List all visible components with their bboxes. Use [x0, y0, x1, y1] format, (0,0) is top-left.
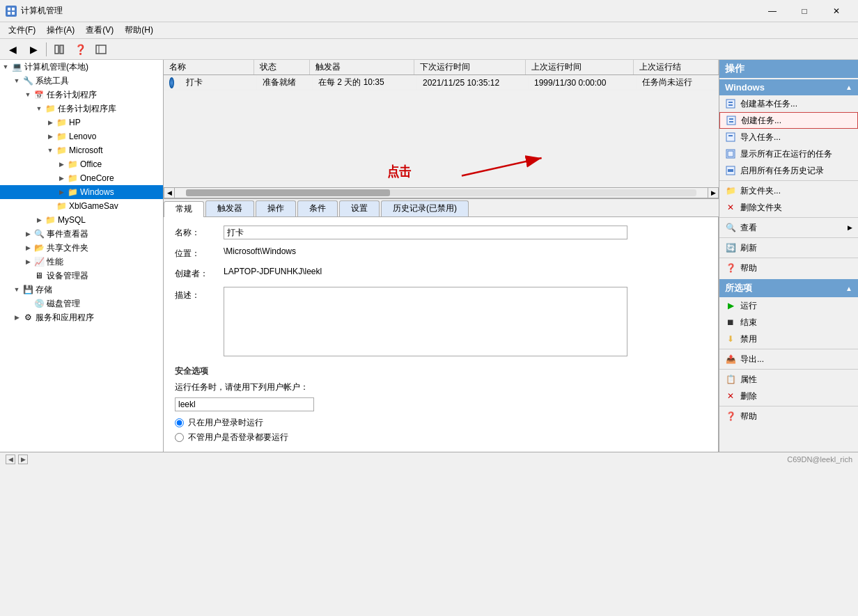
horizontal-scrollbar[interactable]: ◀ ▶ [164, 187, 719, 198]
svg-rect-13 [729, 121, 733, 123]
show-hide-button[interactable] [49, 41, 69, 58]
tree-node-services[interactable]: ▶ ⚙ 服务和应用程序 [0, 310, 163, 324]
tree-node-tasklib[interactable]: ▼ 📁 任务计划程序库 [0, 102, 163, 116]
maximize-button[interactable]: □ [788, 0, 820, 22]
action-enable-history[interactable]: 启用所有任务历史记录 [719, 162, 858, 179]
action-import[interactable]: 导入任务... [719, 129, 858, 145]
action-disable[interactable]: ⬇ 禁用 [719, 331, 858, 347]
expander-office[interactable]: ▶ [56, 159, 67, 170]
expander-performance[interactable]: ▶ [22, 256, 33, 267]
tree-node-mysql[interactable]: ▶ 📁 MySQL [0, 213, 163, 227]
help-windows-icon: ❓ [725, 262, 736, 274]
label-systemtools: 系统工具 [36, 75, 69, 87]
col-header-status[interactable]: 状态 [254, 60, 310, 74]
minimize-button[interactable]: — [756, 0, 788, 22]
col-header-name[interactable]: 名称 [164, 60, 254, 74]
expander-storage[interactable]: ▼ [11, 284, 22, 295]
expander-computer[interactable]: ▼ [0, 61, 11, 72]
tab-general[interactable]: 常规 [164, 201, 204, 217]
desc-textarea[interactable] [224, 287, 627, 356]
menu-action[interactable]: 操作(A) [41, 23, 80, 38]
tree-node-lenovo[interactable]: ▶ 📁 Lenovo [0, 129, 163, 143]
forward-button[interactable]: ▶ [24, 41, 43, 58]
expander-mysql[interactable]: ▶ [33, 214, 45, 226]
hscroll-track [186, 189, 696, 196]
expander-tasklib[interactable]: ▼ [33, 103, 45, 114]
action-end[interactable]: ⏹ 结束 [719, 314, 858, 331]
actions-windows-header[interactable]: Windows ▲ [719, 79, 858, 95]
col-header-lastresult[interactable]: 上次运行结 [634, 60, 719, 74]
col-header-nextrun[interactable]: 下次运行时间 [414, 60, 526, 74]
task-cell-lastrun: 1999/11/30 0:00:00 [529, 77, 637, 89]
help-button[interactable]: ❓ [70, 41, 90, 58]
expander-microsoft[interactable]: ▼ [45, 145, 56, 156]
name-input[interactable] [224, 226, 627, 239]
tree-node-hp[interactable]: ▶ 📁 HP [0, 116, 163, 129]
menu-view[interactable]: 查看(V) [80, 23, 119, 38]
tab-settings[interactable]: 设置 [339, 200, 380, 216]
col-header-trigger[interactable]: 触发器 [310, 60, 414, 74]
action-help-windows[interactable]: ❓ 帮助 [719, 260, 858, 276]
sep3 [719, 237, 858, 238]
expander-sharedfolder[interactable]: ▶ [22, 242, 33, 253]
action-delete-folder[interactable]: ✕ 删除文件夹 [719, 199, 858, 216]
hscroll-right-btn[interactable]: ▶ [708, 187, 719, 198]
menu-help[interactable]: 帮助(H) [119, 23, 159, 38]
tree-node-computer[interactable]: ▼ 💻 计算机管理(本地) [0, 60, 163, 74]
tree-node-systemtools[interactable]: ▼ 🔧 系统工具 [0, 74, 163, 88]
col-header-lastrun[interactable]: 上次运行时间 [526, 60, 634, 74]
action-new-folder[interactable]: 📁 新文件夹... [719, 182, 858, 199]
action-view[interactable]: 🔍 查看 ▶ [719, 219, 858, 236]
tree-node-onecore[interactable]: ▶ 📁 OneCore [0, 171, 163, 185]
expander-hp[interactable]: ▶ [45, 117, 56, 128]
expander-lenovo[interactable]: ▶ [45, 131, 56, 142]
tab-history[interactable]: 历史记录(已禁用) [381, 200, 469, 216]
radio-always[interactable]: 不管用户是否登录都要运行 [175, 432, 707, 443]
tab-conditions[interactable]: 条件 [297, 200, 338, 216]
action-refresh[interactable]: 🔄 刷新 [719, 239, 858, 256]
radio-login-only-input[interactable] [175, 418, 184, 427]
hscroll-left-btn[interactable]: ◀ [164, 187, 175, 198]
action-delete[interactable]: ✕ 删除 [719, 388, 858, 404]
security-user-input[interactable] [175, 397, 314, 411]
action-run[interactable]: ▶ 运行 [719, 297, 858, 314]
action-create-task[interactable]: 创建任务... [719, 112, 858, 129]
action-help-selected[interactable]: ❓ 帮助 [719, 408, 858, 425]
tree-node-diskmgmt[interactable]: ▶ 💿 磁盘管理 [0, 297, 163, 310]
hscroll-thumb[interactable] [186, 189, 390, 196]
tab-triggers[interactable]: 触发器 [205, 200, 254, 216]
menu-file[interactable]: 文件(F) [3, 23, 41, 38]
action-export[interactable]: 📤 导出... [719, 351, 858, 368]
radio-login-only[interactable]: 只在用户登录时运行 [175, 417, 707, 429]
action-show-running[interactable]: 显示所有正在运行的任务 [719, 145, 858, 162]
tree-node-taskscheduler[interactable]: ▼ 📅 任务计划程序 [0, 88, 163, 102]
expander-eventviewer[interactable]: ▶ [22, 228, 33, 239]
radio-always-input[interactable] [175, 433, 184, 442]
tree-node-office[interactable]: ▶ 📁 Office [0, 157, 163, 171]
actions-selected-header[interactable]: 所选项 ▲ [719, 279, 858, 297]
tree-node-eventviewer[interactable]: ▶ 🔍 事件查看器 [0, 227, 163, 241]
tree-node-xblgamesave[interactable]: ▶ 📁 XblGameSav [0, 199, 163, 213]
expander-systemtools[interactable]: ▼ [11, 75, 22, 86]
detail-row-name: 名称： [175, 226, 707, 239]
action-properties[interactable]: 📋 属性 [719, 371, 858, 388]
close-button[interactable]: ✕ [820, 0, 852, 22]
expander-windows[interactable]: ▶ [56, 187, 67, 198]
tree-node-sharedfolder[interactable]: ▶ 📂 共享文件夹 [0, 241, 163, 255]
tree-node-microsoft[interactable]: ▼ 📁 Microsoft [0, 143, 163, 157]
expander-taskscheduler[interactable]: ▼ [22, 89, 33, 100]
expander-onecore[interactable]: ▶ [56, 173, 67, 184]
action-create-basic[interactable]: 创建基本任务... [719, 95, 858, 112]
expander-services[interactable]: ▶ [11, 312, 22, 323]
tree-node-windows[interactable]: ▶ 📁 Windows [0, 185, 163, 199]
task-row[interactable]: 打卡 准备就绪 在每 2 天的 10:35 2021/11/25 10:35:1… [164, 75, 719, 90]
tab-actions[interactable]: 操作 [256, 200, 296, 216]
status-scroll-left[interactable]: ◀ [6, 455, 15, 464]
info-button[interactable] [91, 41, 111, 58]
tree-node-performance[interactable]: ▶ 📈 性能 [0, 255, 163, 269]
tree-node-devmanager[interactable]: ▶ 🖥 设备管理器 [0, 269, 163, 283]
back-button[interactable]: ◀ [3, 41, 22, 58]
tree-node-storage[interactable]: ▼ 💾 存储 [0, 283, 163, 297]
status-scroll-right[interactable]: ▶ [18, 455, 28, 464]
toolbar-separator [46, 42, 47, 56]
